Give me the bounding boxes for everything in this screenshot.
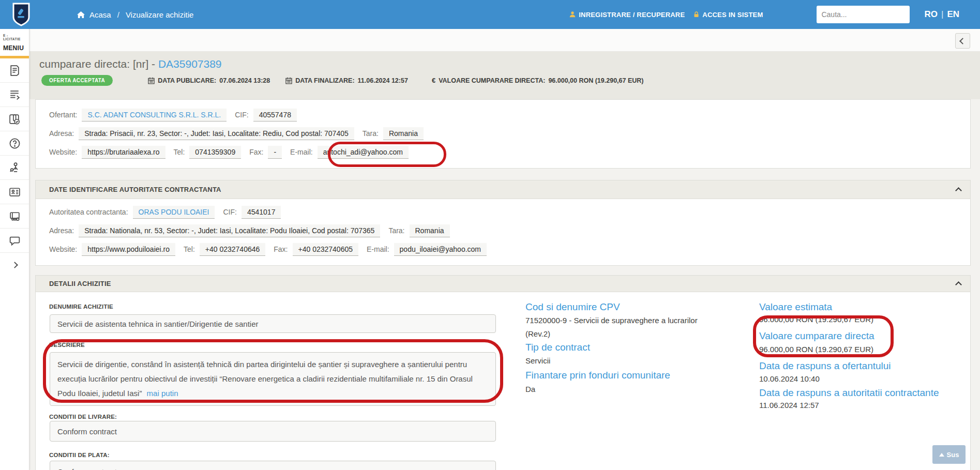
left-sidebar: E - LICITATIE MENIU xyxy=(0,29,29,470)
publish-date-value: 07.06.2024 13:28 xyxy=(219,77,270,84)
acquisition-number-link[interactable]: DA35907389 xyxy=(158,58,222,70)
breadcrumb-current-page: Vizualizare achizitie xyxy=(126,10,193,19)
breadcrumb-separator: / xyxy=(115,10,122,19)
fax-value: - xyxy=(268,146,282,159)
title-band: cumparare directa: [nr] - DA35907389 OFE… xyxy=(29,52,980,99)
chevron-right-icon xyxy=(11,262,18,268)
lang-ro-link[interactable]: RO xyxy=(924,9,938,20)
access-system-link[interactable]: ACCES IN SISTEM xyxy=(693,11,763,19)
finalize-date-meta: DATA FINALIZARE: 11.06.2024 12:57 xyxy=(285,77,408,84)
descriere-field: Servicii de dirigentie, constând în asis… xyxy=(50,352,496,406)
denumire-label: DENUMIRE ACHIZITIE xyxy=(49,304,113,310)
conditii-plata-field: Conform contract xyxy=(50,461,496,470)
lang-separator: | xyxy=(941,9,943,20)
secondary-bar xyxy=(29,29,980,52)
home-icon xyxy=(77,11,85,19)
adresa-label: Adresa: xyxy=(49,129,74,138)
sidebar-expand-button[interactable] xyxy=(0,258,29,271)
sidebar-item-documents[interactable] xyxy=(0,58,29,83)
mai-putin-link[interactable]: mai putin xyxy=(147,389,178,398)
valoare-cumparare-heading-link[interactable]: Valoare cumparare directa xyxy=(759,330,874,342)
cpv-heading-link[interactable]: Cod si denumire CPV xyxy=(525,301,620,313)
valoare-estimata-heading-link[interactable]: Valoare estimata xyxy=(759,301,832,313)
tara-label: Tara: xyxy=(363,129,379,138)
data-raspuns-autoritate-heading-link[interactable]: Data de raspuns a autoritatii contractan… xyxy=(759,387,939,399)
ofertant-card: Ofertant: S.C. ADANT CONSULTING S.R.L. S… xyxy=(35,99,971,169)
adresa-value: Strada: Prisacii, nr. 23, Sector: -, Jud… xyxy=(79,127,354,140)
sidebar-item-help[interactable] xyxy=(0,131,29,156)
help-icon xyxy=(8,137,21,150)
data-raspuns-ofertant-heading-link[interactable]: Data de raspuns a ofertantului xyxy=(759,360,891,372)
tip-contract-value: Servicii xyxy=(525,354,550,368)
register-recover-link[interactable]: INREGISTRARE / RECUPERARE xyxy=(569,11,685,19)
autoritate-card: DATE IDENTIFICARE AUTORITATE CONTRACTANT… xyxy=(35,180,971,266)
sidebar-item-chat[interactable] xyxy=(0,229,29,253)
tel-label: Tel: xyxy=(184,245,195,253)
chevron-up-icon[interactable] xyxy=(955,187,962,194)
search-box xyxy=(817,6,910,23)
language-switcher: RO | EN xyxy=(924,9,959,20)
sidebar-item-person-search[interactable] xyxy=(0,156,29,180)
finantare-heading-link[interactable]: Finantare prin fonduri comunitare xyxy=(525,370,670,381)
breadcrumb-home-link[interactable]: Acasa xyxy=(89,10,111,19)
breadcrumb: Acasa / Vizualizare achizitie xyxy=(77,10,193,19)
email-label: E-mail: xyxy=(367,245,389,253)
autoritate-cif-value: 4541017 xyxy=(242,206,281,219)
valoare-estimata-value: 96.000,00 RON (19.290,67 EUR) xyxy=(759,313,873,326)
seap-logo[interactable] xyxy=(12,2,31,27)
autoritate-section-header[interactable]: DATE IDENTIFICARE AUTORITATE CONTRACTANT… xyxy=(36,180,970,199)
detalii-section-title: DETALII ACHIZITIE xyxy=(49,280,111,287)
person-search-icon xyxy=(8,161,21,174)
sidebar-item-id-card[interactable] xyxy=(0,180,29,204)
website-value: https://brutariaalexa.ro xyxy=(82,146,165,159)
conditii-livrare-value: Conform contract xyxy=(57,427,117,436)
autoritate-section-title: DATE IDENTIFICARE AUTORITATE CONTRACTANT… xyxy=(49,186,221,193)
ofertant-cif-label: CIF: xyxy=(235,111,248,119)
scroll-to-top-button[interactable]: Sus xyxy=(932,445,966,464)
descriere-label: DESCRIERE xyxy=(49,342,85,348)
tel-value: 0741359309 xyxy=(189,146,241,159)
tip-contract-heading-link[interactable]: Tip de contract xyxy=(525,342,590,353)
data-raspuns-ofertant-value: 10.06.2024 10:40 xyxy=(759,372,820,386)
app-window: Acasa / Vizualizare achizitie INREGISTRA… xyxy=(0,0,980,470)
sidebar-item-packages[interactable] xyxy=(0,107,29,131)
arrow-up-icon xyxy=(939,453,944,457)
sidebar-item-counter[interactable] xyxy=(0,204,29,229)
data-raspuns-autoritate-value: 11.06.2024 12:57 xyxy=(759,399,819,412)
navbar-links: INREGISTRARE / RECUPERARE ACCES IN SISTE… xyxy=(569,11,817,19)
valoare-cumparare-value: 96.000,00 RON (19.290,67 EUR) xyxy=(759,343,873,356)
direct-purchase-value-label: VALOARE CUMPARARE DIRECTA: xyxy=(439,77,545,84)
direct-purchase-value-amount: 96.000,00 RON (19.290,67 EUR) xyxy=(548,77,643,84)
fax-value: +40 0232740605 xyxy=(293,243,359,256)
detalii-section-header[interactable]: DETALII ACHIZITIE xyxy=(36,276,970,292)
chevron-left-icon xyxy=(959,38,966,44)
page-title-prefix: cumparare directa: [nr] - xyxy=(39,58,158,70)
tara-label: Tara: xyxy=(388,226,404,235)
chevron-up-icon[interactable] xyxy=(955,281,962,288)
id-card-icon xyxy=(8,186,21,199)
sidebar-item-list[interactable] xyxy=(0,83,29,107)
autoritate-name-link[interactable]: ORAS PODU ILOAIEI xyxy=(133,206,215,219)
collapse-back-button[interactable] xyxy=(955,33,970,49)
user-icon xyxy=(569,11,576,18)
ofertant-name-link[interactable]: S.C. ADANT CONSULTING S.R.L. S.R.L. xyxy=(82,109,227,122)
chat-icon xyxy=(8,234,21,247)
lang-en-link[interactable]: EN xyxy=(947,9,959,20)
search-input[interactable] xyxy=(821,10,915,19)
denumire-field: Servicii de asistenta tehnica in santier… xyxy=(50,314,496,333)
ofertant-row: Ofertant: S.C. ADANT CONSULTING S.R.L. S… xyxy=(49,107,970,123)
euro-icon: € xyxy=(432,77,435,84)
badge-row: OFERTA ACCEPTATA DATA PUBLICARE: 07.06.2… xyxy=(39,75,980,86)
status-badge: OFERTA ACCEPTATA xyxy=(41,75,113,86)
finalize-date-value: 11.06.2024 12:57 xyxy=(358,77,408,84)
descriere-value: Servicii de dirigentie, constând în asis… xyxy=(57,360,473,398)
ofertant-address-row: Adresa: Strada: Prisacii, nr. 23, Sector… xyxy=(49,126,970,141)
shield-logo-icon xyxy=(12,3,30,26)
calendar-icon xyxy=(148,77,155,84)
publish-date-meta: DATA PUBLICARE: 07.06.2024 13:28 xyxy=(148,77,270,84)
lock-icon xyxy=(693,11,700,18)
ofertant-cif-value: 40557478 xyxy=(253,109,297,122)
list-export-icon xyxy=(8,88,21,101)
cpv-value: 71520000-9 - Servicii de supraveghere a … xyxy=(525,314,712,341)
conditii-livrare-field: Conform contract xyxy=(50,421,496,442)
